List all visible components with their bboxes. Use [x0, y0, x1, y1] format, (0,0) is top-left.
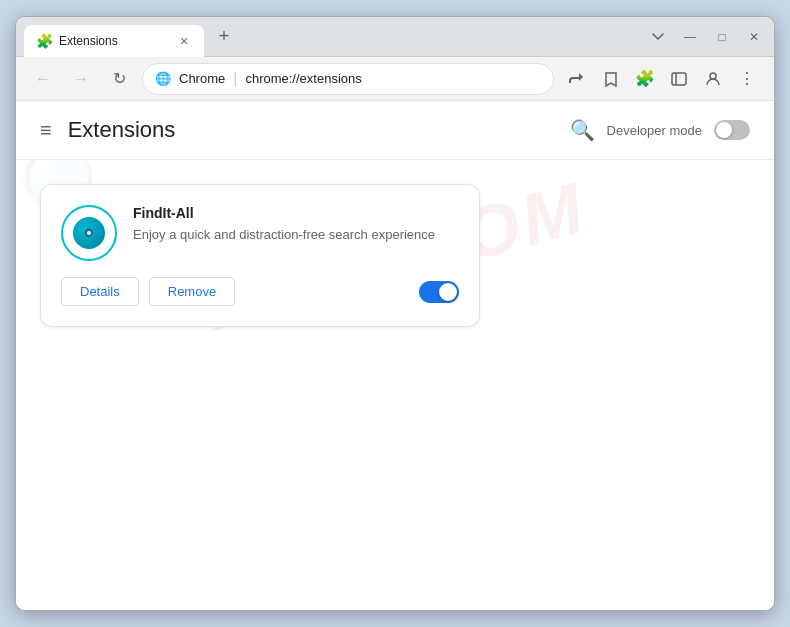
details-button[interactable]: Details: [61, 277, 139, 306]
extensions-header: ≡ Extensions 🔍 Developer mode: [16, 101, 774, 160]
url-text: chrome://extensions: [245, 71, 361, 86]
extension-toggle[interactable]: [419, 281, 459, 303]
extension-description: Enjoy a quick and distraction-free searc…: [133, 225, 459, 245]
profile-button[interactable]: [698, 64, 728, 94]
extension-icon: [61, 205, 117, 261]
navigation-bar: ← → ↻ 🌐 Chrome | chrome://extensions 🧩: [16, 57, 774, 101]
site-security-icon: 🌐: [155, 71, 171, 86]
extensions-body: 🔍 RISK.COM FindIt-All Enjoy a quick and …: [16, 160, 774, 351]
new-tab-button[interactable]: +: [210, 23, 238, 51]
tab-strip: 🧩 Extensions × +: [24, 21, 646, 53]
sidebar-toggle-icon[interactable]: ≡: [40, 119, 52, 142]
title-bar: 🧩 Extensions × + — □ ✕: [16, 17, 774, 57]
extension-icon-dot: [84, 228, 94, 238]
close-window-button[interactable]: ✕: [742, 25, 766, 49]
card-top: FindIt-All Enjoy a quick and distraction…: [61, 205, 459, 261]
svg-rect-0: [672, 73, 686, 85]
minimize-button[interactable]: —: [678, 25, 702, 49]
address-bar[interactable]: 🌐 Chrome | chrome://extensions: [142, 63, 554, 95]
page-content: ≡ Extensions 🔍 Developer mode 🔍 RISK.COM: [16, 101, 774, 610]
chrome-options-button[interactable]: ⋮: [732, 64, 762, 94]
header-right: 🔍 Developer mode: [570, 118, 750, 142]
tab-close-button[interactable]: ×: [176, 33, 192, 49]
sidebar-button[interactable]: [664, 64, 694, 94]
chrome-menu-button[interactable]: [646, 25, 670, 49]
share-button[interactable]: [562, 64, 592, 94]
nav-action-buttons: 🧩 ⋮: [562, 64, 762, 94]
maximize-button[interactable]: □: [710, 25, 734, 49]
developer-mode-toggle[interactable]: [714, 120, 750, 140]
remove-button[interactable]: Remove: [149, 277, 235, 306]
extension-info: FindIt-All Enjoy a quick and distraction…: [133, 205, 459, 245]
page-title: Extensions: [68, 117, 176, 143]
refresh-button[interactable]: ↻: [104, 64, 134, 94]
bookmark-button[interactable]: [596, 64, 626, 94]
browser-window: 🧩 Extensions × + — □ ✕ ← → ↻ 🌐 Chrome | …: [15, 16, 775, 611]
address-divider: |: [233, 70, 237, 88]
extension-name: FindIt-All: [133, 205, 459, 221]
active-tab[interactable]: 🧩 Extensions ×: [24, 25, 204, 57]
extension-icon-inner: [73, 217, 105, 249]
extension-card: FindIt-All Enjoy a quick and distraction…: [40, 184, 480, 327]
window-controls: — □ ✕: [646, 25, 766, 49]
extension-toggle-knob: [439, 283, 457, 301]
developer-mode-label: Developer mode: [607, 123, 702, 138]
extensions-button[interactable]: 🧩: [630, 64, 660, 94]
tab-title: Extensions: [59, 34, 170, 48]
forward-button[interactable]: →: [66, 64, 96, 94]
toggle-knob: [716, 122, 732, 138]
svg-point-2: [710, 73, 716, 79]
tab-icon: 🧩: [36, 33, 53, 49]
search-icon[interactable]: 🔍: [570, 118, 595, 142]
header-left: ≡ Extensions: [40, 117, 175, 143]
card-buttons: Details Remove: [61, 277, 235, 306]
site-name: Chrome: [179, 71, 225, 86]
back-button[interactable]: ←: [28, 64, 58, 94]
card-bottom: Details Remove: [61, 277, 459, 306]
